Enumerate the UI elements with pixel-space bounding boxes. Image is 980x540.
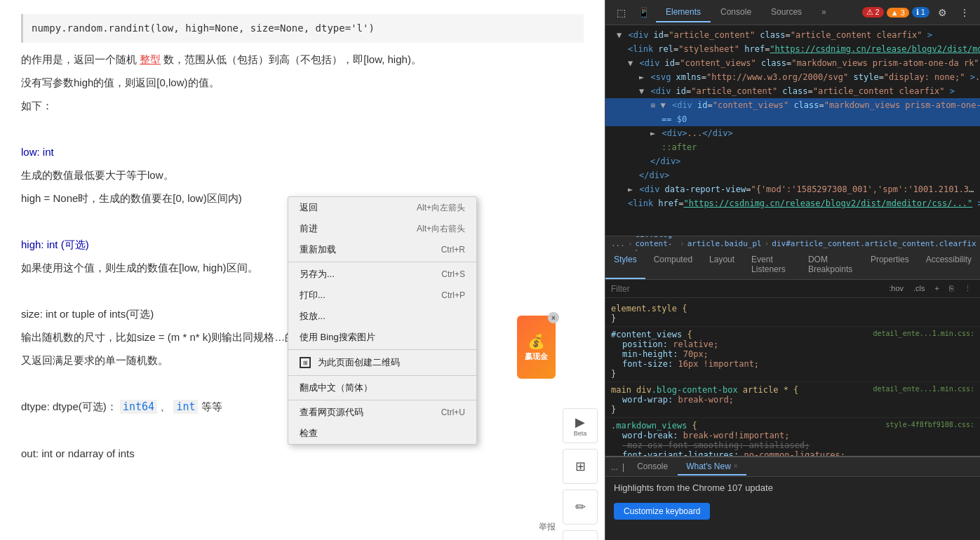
filter-cls[interactable]: .cls bbox=[911, 283, 928, 294]
styles-tabs: Styles Computed Layout Event Listeners D… bbox=[605, 251, 980, 280]
baoxian-card[interactable]: × 💰 赢现金 bbox=[517, 316, 556, 379]
sidebar-btn-headset[interactable]: 🎧 bbox=[563, 530, 598, 540]
dom-line-selected[interactable]: ≡ ▼ <div id="content_views" class="markd… bbox=[605, 98, 980, 112]
styles-tab-dom-bp[interactable]: DOM Breakpoints bbox=[800, 251, 862, 279]
dom-after: ::after bbox=[605, 140, 980, 154]
sidebar-btn-beta[interactable]: ▶ Beta bbox=[563, 408, 598, 443]
filter-actions: :hov .cls + ⎘ ⋮ bbox=[886, 283, 974, 294]
bottom-tab-console[interactable]: Console bbox=[629, 459, 676, 475]
css-rule-main-article: main div.blog-content-box article * { de… bbox=[605, 382, 980, 418]
filter-input[interactable] bbox=[611, 284, 880, 294]
menu-item-translate[interactable]: 翻成中文（简体） bbox=[288, 377, 476, 398]
filter-bar: :hov .cls + ⎘ ⋮ bbox=[605, 280, 980, 298]
bottom-panel: ... | Console What's New × Highlights fr… bbox=[605, 456, 980, 540]
error-badges: ⚠ 2 ▲ 3 ℹ 1 bbox=[862, 7, 929, 18]
dom-line[interactable]: ► <div>...</div> bbox=[605, 126, 980, 140]
menu-item-qrcode[interactable]: ⊞ 为此页面创建二维码 bbox=[288, 351, 476, 374]
dom-data-report[interactable]: ► <div data-report-view="{'mod':'1585297… bbox=[605, 182, 980, 196]
filter-more[interactable]: ⋮ bbox=[961, 283, 974, 294]
info-count[interactable]: ℹ 1 bbox=[912, 7, 929, 18]
menu-item-bing-image[interactable]: 使用 Bing搜索图片 bbox=[288, 327, 476, 348]
filter-copy[interactable]: ⎘ bbox=[946, 283, 957, 294]
code-block: numpy.random.randint(low, high=None, siz… bbox=[21, 14, 584, 43]
tab-sources[interactable]: Sources bbox=[761, 3, 812, 22]
bottom-tab-whatsnew[interactable]: What's New × bbox=[678, 459, 746, 475]
styles-tab-events[interactable]: Event Listeners bbox=[743, 251, 800, 279]
breadcrumb-sep2: › bbox=[680, 239, 685, 248]
menu-separator-1 bbox=[288, 262, 476, 262]
more-icon-btn[interactable]: ⋮ bbox=[955, 3, 974, 22]
breadcrumb-sep: › bbox=[628, 239, 633, 248]
settings-icon-btn[interactable]: ⚙ bbox=[932, 3, 952, 22]
error-count[interactable]: ⚠ 2 bbox=[862, 7, 884, 18]
breadcrumb-sep3: › bbox=[765, 239, 770, 248]
bottom-content: Highlights from the Chrome 107 update Cu… bbox=[605, 477, 980, 540]
param-out: out: int or ndarray of ints bbox=[21, 444, 584, 463]
dom-line[interactable]: <link rel="stylesheet" href="https://csd… bbox=[605, 42, 980, 56]
menu-item-saveas[interactable]: 另存为... Ctrl+S bbox=[288, 264, 476, 285]
param-low-desc: 生成的数值最低要大于等于low。 bbox=[21, 166, 584, 184]
styles-tab-accessibility[interactable]: Accessibility bbox=[918, 251, 980, 279]
customize-keyboard-btn[interactable]: Customize keyboard bbox=[614, 503, 710, 520]
param-low: low: int bbox=[21, 142, 584, 161]
styles-tab-computed[interactable]: Computed bbox=[645, 251, 701, 279]
code-content: numpy.random.randint(low, high=None, siz… bbox=[32, 22, 375, 34]
filter-add[interactable]: + bbox=[932, 283, 942, 294]
description-2: 没有写参数high的值，则返回[0,low)的值。 bbox=[21, 73, 584, 92]
menu-separator-2 bbox=[288, 349, 476, 350]
styles-tab-properties[interactable]: Properties bbox=[862, 251, 918, 279]
bottom-tabs: ... | Console What's New × bbox=[605, 457, 980, 477]
warning-count[interactable]: ▲ 3 bbox=[887, 8, 909, 18]
tab-more[interactable]: » bbox=[812, 3, 836, 22]
dom-line[interactable]: ► <svg xmlns="http://www.w3.org/2000/svg… bbox=[605, 70, 980, 84]
beta-icon: ▶ bbox=[575, 414, 585, 430]
tab-elements[interactable]: Elements bbox=[656, 3, 711, 22]
description-3: 如下： bbox=[21, 96, 584, 115]
dom-line[interactable]: ▼ <div id="article_content" class="artic… bbox=[605, 84, 980, 98]
qr-icon: ⊞ bbox=[300, 357, 311, 368]
whatsnew-close-btn[interactable]: × bbox=[734, 462, 738, 470]
sidebar-btn-edit[interactable]: ✏ bbox=[563, 490, 598, 525]
css-rule-element-style: element.style { } bbox=[605, 301, 980, 327]
menu-item-reload[interactable]: 重新加载 Ctrl+R bbox=[288, 239, 476, 260]
edit-icon: ✏ bbox=[575, 499, 586, 515]
dom-close-div1: </div> bbox=[605, 154, 980, 168]
dom-link-css[interactable]: <link href="https://csdnimg.cn/release/b… bbox=[605, 196, 980, 210]
sidebar-btn-grid[interactable]: ⊞ bbox=[563, 449, 598, 484]
dom-line[interactable]: ▼ <div id="article_content" class="artic… bbox=[605, 28, 980, 42]
breadcrumb-article-content[interactable]: div#article_content.article_content.clea… bbox=[772, 239, 976, 248]
mobile-icon-btn[interactable]: 📱 bbox=[633, 3, 653, 22]
breadcrumb-blog[interactable]: div.blog-content-box bbox=[636, 236, 678, 251]
breadcrumb-article[interactable]: article.baidu_pl bbox=[687, 239, 762, 248]
cursor-icon-btn[interactable]: ⬚ bbox=[611, 3, 631, 22]
bottom-more-btn[interactable]: ... bbox=[611, 462, 618, 472]
menu-item-forward[interactable]: 前进 Alt+向右箭头 bbox=[288, 218, 476, 239]
devtools-tabs: Elements Console Sources » bbox=[656, 3, 859, 22]
description-line: 的作用是，返回一个随机 整型 数，范围从低（包括）到高（不包括），即[low, … bbox=[21, 50, 584, 69]
css-rule-content-views: #content_views { detail_ente...1.min.css… bbox=[605, 327, 980, 382]
styles-tab-styles[interactable]: Styles bbox=[605, 251, 645, 279]
breadcrumb-ellipsis: ... bbox=[611, 239, 625, 248]
filter-hov[interactable]: :hov bbox=[886, 283, 906, 294]
whats-new-title: Highlights from the Chrome 107 update bbox=[614, 482, 972, 493]
dom-equals: == $0 bbox=[605, 112, 980, 126]
menu-item-view-source[interactable]: 查看网页源代码 Ctrl+U bbox=[288, 402, 476, 423]
menu-item-inspect[interactable]: 检查 bbox=[288, 423, 476, 444]
dom-tree: ▼ <div id="article_content" class="artic… bbox=[605, 25, 980, 236]
baoxian-text: 赢现金 bbox=[525, 351, 548, 362]
styles-tab-layout[interactable]: Layout bbox=[701, 251, 743, 279]
breadcrumb-bar: ... › div.blog-content-box › article.bai… bbox=[605, 236, 980, 251]
menu-item-cast[interactable]: 投放... bbox=[288, 306, 476, 327]
report-button[interactable]: 举报 bbox=[539, 521, 556, 533]
dom-close-div2: </div> bbox=[605, 168, 980, 182]
css-rules: element.style { } #content_views { detai… bbox=[605, 298, 980, 456]
context-menu: 返回 Alt+向左箭头 前进 Alt+向右箭头 重新加载 Ctrl+R 另存为.… bbox=[288, 196, 477, 445]
menu-item-print[interactable]: 打印... Ctrl+P bbox=[288, 285, 476, 306]
devtools-panel: ⬚ 📱 Elements Console Sources » ⚠ 2 ▲ 3 ℹ… bbox=[605, 0, 980, 540]
close-button[interactable]: × bbox=[548, 312, 559, 323]
dom-line[interactable]: ▼ <div id="content_views" class="markdow… bbox=[605, 56, 980, 70]
tab-console[interactable]: Console bbox=[711, 3, 761, 22]
css-rule-markdown: .markdown_views { style-4f8fbf9108.css: … bbox=[605, 418, 980, 456]
menu-item-back[interactable]: 返回 Alt+向左箭头 bbox=[288, 197, 476, 218]
sidebar-buttons: ▶ Beta ⊞ ✏ 🎧 bbox=[561, 407, 599, 540]
